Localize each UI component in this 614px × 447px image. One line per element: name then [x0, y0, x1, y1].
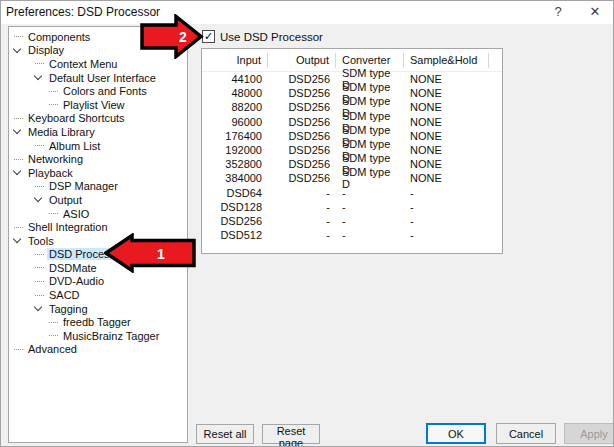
table-cell: DSD256	[268, 87, 336, 99]
table-cell: DSD128	[202, 201, 268, 213]
tree-item-colors-and-fonts[interactable]: Colors and Fonts	[9, 84, 187, 98]
chevron-expanded-icon[interactable]	[13, 45, 21, 53]
use-dsd-processor-label: Use DSD Processor	[220, 31, 323, 43]
tree-connector	[35, 254, 44, 255]
tree-item-label: Display	[26, 44, 66, 56]
tree-item-output[interactable]: Output	[9, 193, 187, 207]
column-header-sample-hold[interactable]: Sample&Hold	[404, 53, 489, 68]
tree-item-media-library[interactable]: Media Library	[9, 125, 187, 139]
tree-item-shell-integration[interactable]: Shell Integration	[9, 220, 187, 234]
table-cell: 96000	[202, 116, 268, 128]
table-cell: -	[336, 187, 404, 199]
table-cell: DSD256	[268, 172, 336, 184]
table-cell: NONE	[404, 144, 489, 156]
tree-item-networking[interactable]: Networking	[9, 152, 187, 166]
table-row[interactable]: DSD64---	[202, 186, 502, 200]
table-cell: NONE	[404, 116, 489, 128]
table-body: 44100DSD256SDM type DNONE48000DSD256SDM …	[202, 72, 502, 242]
table-cell: -	[268, 229, 336, 241]
tree-item-musicbrainz-tagger[interactable]: MusicBrainz Tagger	[9, 329, 187, 343]
table-cell: DSD256	[268, 130, 336, 142]
tree-connector	[14, 349, 23, 350]
cancel-button[interactable]: Cancel	[496, 423, 556, 444]
chevron-expanded-icon[interactable]	[13, 167, 21, 175]
tree-item-album-list[interactable]: Album List	[9, 139, 187, 153]
table-cell: 192000	[202, 144, 268, 156]
table-cell: -	[404, 229, 489, 241]
close-button[interactable]: ✕	[578, 1, 612, 23]
use-dsd-processor-row: ✓ Use DSD Processor	[202, 30, 323, 43]
tree-item-keyboard-shortcuts[interactable]: Keyboard Shortcuts	[9, 112, 187, 126]
ok-button[interactable]: OK	[426, 423, 486, 444]
tree-item-label: Keyboard Shortcuts	[26, 112, 127, 124]
conversion-table: InputOutputConverterSample&Hold 44100DSD…	[201, 48, 503, 254]
tree-item-label: SACD	[47, 289, 82, 301]
chevron-expanded-icon[interactable]	[13, 235, 21, 243]
table-row[interactable]: DSD128---	[202, 200, 502, 214]
table-cell: NONE	[404, 101, 489, 113]
chevron-expanded-icon[interactable]	[34, 72, 42, 80]
column-header-converter[interactable]: Converter	[336, 53, 404, 68]
tree-connector	[35, 145, 44, 146]
table-cell: NONE	[404, 130, 489, 142]
annotation-step-number: 1	[157, 246, 165, 262]
table-row[interactable]: 384000DSD256SDM type DNONE	[202, 171, 502, 185]
table-cell: 44100	[202, 73, 268, 85]
tree-item-label: Shell Integration	[26, 221, 110, 233]
tree-connector	[14, 159, 23, 160]
tree-item-playback[interactable]: Playback	[9, 166, 187, 180]
help-button[interactable]: ?	[541, 1, 575, 23]
tree-item-sacd[interactable]: SACD	[9, 288, 187, 302]
tree-item-playlist-view[interactable]: Playlist View	[9, 98, 187, 112]
table-cell: DSD256	[268, 73, 336, 85]
title-bar: Preferences: DSD Processor ? ✕	[1, 1, 613, 24]
tree-item-label: Media Library	[26, 126, 97, 138]
tree-connector	[49, 213, 58, 214]
tree-connector	[49, 91, 58, 92]
tree-item-dvd-audio[interactable]: DVD-Audio	[9, 275, 187, 289]
column-header-input[interactable]: Input	[202, 53, 268, 68]
tree-item-label: Colors and Fonts	[61, 85, 149, 97]
table-cell: -	[336, 229, 404, 241]
table-cell: DSD256	[202, 215, 268, 227]
reset-all-button[interactable]: Reset all	[196, 424, 254, 444]
tree-item-label: ASIO	[61, 208, 91, 220]
tree-item-label: Advanced	[26, 343, 79, 355]
tree-connector	[49, 335, 58, 336]
checkmark-icon: ✓	[204, 31, 213, 42]
tree-item-asio[interactable]: ASIO	[9, 207, 187, 221]
tree-connector	[14, 118, 23, 119]
tree-item-default-user-interface[interactable]: Default User Interface	[9, 71, 187, 85]
tree-item-label: Default User Interface	[47, 72, 158, 84]
tree-item-context-menu[interactable]: Context Menu	[9, 57, 187, 71]
column-header-output[interactable]: Output	[268, 53, 336, 68]
tree-item-freedb-tagger[interactable]: freedb Tagger	[9, 315, 187, 329]
chevron-expanded-icon[interactable]	[34, 194, 42, 202]
table-cell: DSD256	[268, 158, 336, 170]
tree-item-label: Output	[47, 194, 84, 206]
table-cell: NONE	[404, 172, 489, 184]
table-cell: -	[404, 187, 489, 199]
tree-item-label: Components	[26, 31, 92, 43]
chevron-expanded-icon[interactable]	[34, 303, 42, 311]
tree-item-label: Context Menu	[47, 58, 119, 70]
tree-connector	[35, 63, 44, 64]
tree-item-dsp-manager[interactable]: DSP Manager	[9, 180, 187, 194]
table-cell: 48000	[202, 87, 268, 99]
tree-connector	[14, 227, 23, 228]
table-cell: 352800	[202, 158, 268, 170]
table-cell: 176400	[202, 130, 268, 142]
tree-item-tagging[interactable]: Tagging	[9, 302, 187, 316]
table-row[interactable]: DSD512---	[202, 228, 502, 242]
chevron-expanded-icon[interactable]	[13, 126, 21, 134]
table-cell: NONE	[404, 73, 489, 85]
table-row[interactable]: DSD256---	[202, 214, 502, 228]
tree-item-advanced[interactable]: Advanced	[9, 343, 187, 357]
table-cell: -	[268, 215, 336, 227]
reset-page-button[interactable]: Reset page	[262, 424, 320, 444]
tree-connector	[49, 104, 58, 105]
annotation-step-number: 2	[179, 29, 187, 45]
tree-connector	[49, 322, 58, 323]
preferences-dialog: Preferences: DSD Processor ? ✕ Component…	[0, 0, 614, 447]
apply-button: Apply	[564, 423, 614, 444]
